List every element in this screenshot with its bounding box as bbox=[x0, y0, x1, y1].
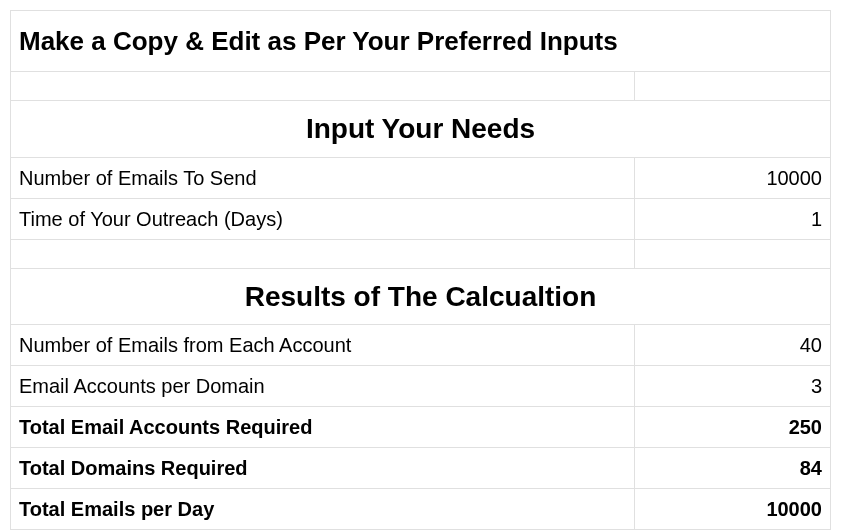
result-row-total-emails-per-day: Total Emails per Day 10000 bbox=[10, 488, 831, 530]
input-row-emails: Number of Emails To Send 10000 bbox=[10, 157, 831, 198]
result-value: 250 bbox=[635, 407, 831, 447]
result-label: Total Email Accounts Required bbox=[10, 407, 635, 447]
result-row-total-domains: Total Domains Required 84 bbox=[10, 447, 831, 488]
result-label: Total Emails per Day bbox=[10, 489, 635, 529]
result-value: 84 bbox=[635, 448, 831, 488]
empty-cell bbox=[635, 72, 831, 100]
result-row-total-accounts: Total Email Accounts Required 250 bbox=[10, 406, 831, 447]
spacer-row bbox=[10, 239, 831, 268]
results-section-header: Results of The Calcualtion bbox=[10, 269, 831, 324]
inputs-header-row: Input Your Needs bbox=[10, 100, 831, 156]
empty-cell bbox=[635, 240, 831, 268]
result-label: Email Accounts per Domain bbox=[10, 366, 635, 406]
result-row-accounts-per-domain: Email Accounts per Domain 3 bbox=[10, 365, 831, 406]
result-label: Number of Emails from Each Account bbox=[10, 325, 635, 365]
results-header-row: Results of The Calcualtion bbox=[10, 268, 831, 324]
input-row-days: Time of Your Outreach (Days) 1 bbox=[10, 198, 831, 239]
inputs-section-header: Input Your Needs bbox=[10, 101, 831, 156]
input-label-emails: Number of Emails To Send bbox=[10, 158, 635, 198]
result-row-emails-per-account: Number of Emails from Each Account 40 bbox=[10, 324, 831, 365]
result-value: 40 bbox=[635, 325, 831, 365]
input-value-emails[interactable]: 10000 bbox=[635, 158, 831, 198]
result-value: 10000 bbox=[635, 489, 831, 529]
empty-cell bbox=[10, 240, 635, 268]
empty-cell bbox=[10, 72, 635, 100]
spreadsheet-table: Make a Copy & Edit as Per Your Preferred… bbox=[10, 10, 831, 530]
input-value-days[interactable]: 1 bbox=[635, 199, 831, 239]
result-label: Total Domains Required bbox=[10, 448, 635, 488]
result-value: 3 bbox=[635, 366, 831, 406]
page-title: Make a Copy & Edit as Per Your Preferred… bbox=[10, 11, 831, 71]
spacer-row bbox=[10, 71, 831, 100]
title-row: Make a Copy & Edit as Per Your Preferred… bbox=[10, 10, 831, 71]
input-label-days: Time of Your Outreach (Days) bbox=[10, 199, 635, 239]
